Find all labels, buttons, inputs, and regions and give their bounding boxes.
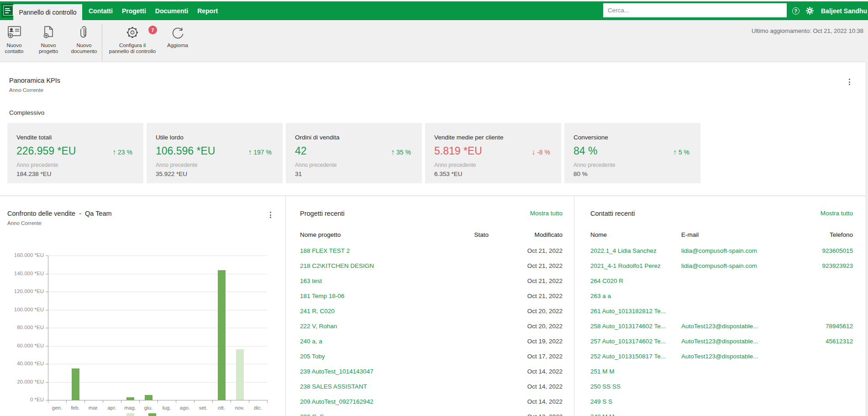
project-name-link[interactable]: 200 C, S bbox=[300, 409, 434, 416]
project-modified-date: Oct 21, 2022 bbox=[489, 273, 563, 288]
new-document-button[interactable]: Nuovo documento bbox=[68, 25, 100, 54]
x-axis-label: feb. bbox=[66, 405, 84, 411]
contacts-col-nome[interactable]: Nome bbox=[590, 231, 681, 238]
x-axis-tick bbox=[176, 400, 176, 403]
help-button[interactable]: ? bbox=[789, 1, 803, 20]
contacts-col-telefono[interactable]: Telefono bbox=[798, 231, 853, 238]
contact-name-link[interactable]: 251 M M bbox=[590, 364, 681, 379]
contact-phone bbox=[798, 273, 853, 288]
contact-email[interactable]: AutoTest123@dispostable... bbox=[681, 349, 798, 364]
kpi-card-prev-value: 80 % bbox=[573, 171, 588, 177]
project-status bbox=[434, 258, 489, 273]
nav-item-documenti[interactable]: Documenti bbox=[155, 7, 188, 15]
divider-projects-contacts bbox=[574, 196, 574, 416]
chart-menu-kebab-icon[interactable] bbox=[267, 212, 274, 218]
contacts-show-all-link[interactable]: Mostra tutto bbox=[821, 210, 853, 217]
refresh-button[interactable]: Aggiorna bbox=[162, 25, 193, 48]
kpi-card-label: Ordini di vendita bbox=[295, 134, 411, 141]
nav-item-report[interactable]: Report bbox=[197, 7, 218, 15]
y-axis-label: 20.000 *EU bbox=[4, 379, 44, 384]
kpi-delta-arrow-icon: ↑ bbox=[673, 148, 677, 156]
project-name-link[interactable]: 181 Temp 18-06 bbox=[300, 288, 434, 304]
search-input[interactable] bbox=[603, 3, 787, 17]
tab-pannello-di-controllo[interactable]: Pannello di controllo bbox=[13, 4, 82, 20]
contact-email[interactable] bbox=[681, 304, 798, 319]
x-axis-tick bbox=[66, 400, 67, 403]
projects-col-stato[interactable]: Stato bbox=[434, 231, 489, 238]
contact-email[interactable] bbox=[681, 288, 798, 304]
contacts-col-email[interactable]: E-mail bbox=[681, 231, 798, 238]
contact-phone bbox=[798, 394, 853, 409]
project-name-link[interactable]: 241 R, C020 bbox=[300, 304, 434, 319]
project-name-link[interactable]: 238 SALES ASSISTANT bbox=[300, 379, 434, 394]
project-name-link[interactable]: 163 test bbox=[300, 273, 434, 288]
project-modified-date: Oct 14, 2022 bbox=[489, 364, 563, 379]
contact-phone: 923923923 bbox=[798, 258, 853, 273]
contact-name-link[interactable]: 258 Auto_1013174602 Te... bbox=[590, 319, 681, 334]
contact-name-link[interactable]: 249 S S bbox=[590, 394, 681, 409]
contact-email[interactable] bbox=[681, 273, 798, 288]
nav-item-progetti[interactable]: Progetti bbox=[122, 7, 146, 15]
contact-name-link[interactable]: 261 Auto_1013182812 Te... bbox=[590, 304, 681, 319]
contact-name-link[interactable]: 252 Auto_1013150817 Te... bbox=[590, 349, 681, 364]
x-axis-tick bbox=[48, 400, 48, 403]
project-name-link[interactable]: 188 FLEX TEST 2 bbox=[300, 243, 434, 258]
project-name-link[interactable]: 240 a, a bbox=[300, 334, 434, 349]
project-name-link[interactable]: 239 AutoTest_1014143047 bbox=[300, 364, 434, 379]
new-contact-button[interactable]: Nuovo contatto bbox=[0, 25, 28, 54]
y-axis-label: 160.000 *EU bbox=[4, 252, 44, 258]
kpi-card: Vendite medie per cliente 5.819 *EU ↓ -8… bbox=[425, 123, 561, 183]
contact-name-link[interactable]: 2021_4-1 Rodolfo1 Perez bbox=[590, 258, 681, 273]
table-row: 264 C020 R bbox=[590, 273, 853, 288]
refresh-icon bbox=[170, 25, 185, 40]
project-modified-date: Oct 14, 2022 bbox=[489, 394, 563, 409]
kpi-card-label: Vendite totali bbox=[16, 134, 132, 141]
project-modified-date: Oct 13, 2022 bbox=[489, 409, 563, 416]
new-contact-label: Nuovo contatto bbox=[0, 43, 28, 54]
project-name-link[interactable]: 209 AutoTest_0927162942 bbox=[300, 394, 434, 409]
contact-name-link[interactable]: 264 C020 R bbox=[590, 273, 681, 288]
nav-items: Contatti Progetti Documenti Report bbox=[89, 1, 227, 20]
project-name-link[interactable]: 222 V, Rohan bbox=[300, 319, 434, 334]
kpi-menu-kebab-icon[interactable] bbox=[846, 79, 853, 85]
kpi-card: Vendite totali 226.959 *EU ↑ 23 % Anno p… bbox=[7, 123, 143, 183]
contact-phone bbox=[798, 349, 853, 364]
settings-button[interactable] bbox=[803, 1, 817, 20]
chart-gridline bbox=[48, 256, 267, 256]
nav-item-contatti[interactable]: Contatti bbox=[89, 7, 113, 15]
kpi-cards: Vendite totali 226.959 *EU ↑ 23 % Anno p… bbox=[7, 123, 700, 183]
project-name-link[interactable]: 218 C2\KITCHEN DESIGN bbox=[300, 258, 434, 273]
contact-email[interactable] bbox=[681, 379, 798, 394]
chart-bar-mag bbox=[126, 397, 134, 400]
projects-show-all-link[interactable]: Mostra tutto bbox=[530, 210, 563, 217]
table-row: 188 FLEX TEST 2Oct 21, 2022 bbox=[300, 243, 563, 258]
projects-col-nome-progetto[interactable]: Nome progetto bbox=[300, 231, 434, 238]
contact-email[interactable]: lidia@compusoft-spain.com bbox=[681, 258, 798, 273]
chart-legend-swatch bbox=[126, 413, 134, 416]
y-axis-label: 140.000 *EU bbox=[4, 271, 44, 276]
contact-phone bbox=[798, 379, 853, 394]
kpi-card-prev-value: 6.353 *EU bbox=[434, 171, 463, 177]
contact-email[interactable]: lidia@compusoft-spain.com bbox=[681, 243, 798, 258]
contact-email[interactable]: AutoTest123@dispostable... bbox=[681, 319, 798, 334]
projects-col-modificato[interactable]: Modificato bbox=[489, 231, 563, 238]
table-row: 258 Auto_1013174602 Te...AutoTest123@dis… bbox=[590, 319, 853, 334]
contact-email[interactable] bbox=[681, 409, 798, 416]
contact-email[interactable] bbox=[681, 394, 798, 409]
project-name-link[interactable]: 205 Toby bbox=[300, 349, 434, 364]
kpi-panel-title: Panoramica KPIs bbox=[9, 77, 60, 84]
contact-name-link[interactable]: 2022.1_4 Lidia Sanchez bbox=[590, 243, 681, 258]
project-modified-date: Oct 21, 2022 bbox=[489, 243, 563, 258]
contact-name-link[interactable]: 248 M M bbox=[590, 409, 681, 416]
contact-email[interactable] bbox=[681, 364, 798, 379]
contact-name-link[interactable]: 250 SS SS bbox=[590, 379, 681, 394]
project-status bbox=[434, 394, 489, 409]
kpi-card-prev-label: Anno precedente bbox=[434, 162, 476, 168]
kpi-card-prev-value: 31 bbox=[295, 171, 302, 177]
contact-email[interactable]: AutoTest123@dispostable... bbox=[681, 334, 798, 349]
new-project-button[interactable]: Nuovo progetto bbox=[34, 25, 63, 54]
project-status bbox=[434, 243, 489, 258]
contact-name-link[interactable]: 263 a a bbox=[590, 288, 681, 304]
contact-name-link[interactable]: 257 Auto_1013174602 Te... bbox=[590, 334, 681, 349]
user-menu[interactable]: Baljeet Sandhu bbox=[817, 1, 868, 20]
